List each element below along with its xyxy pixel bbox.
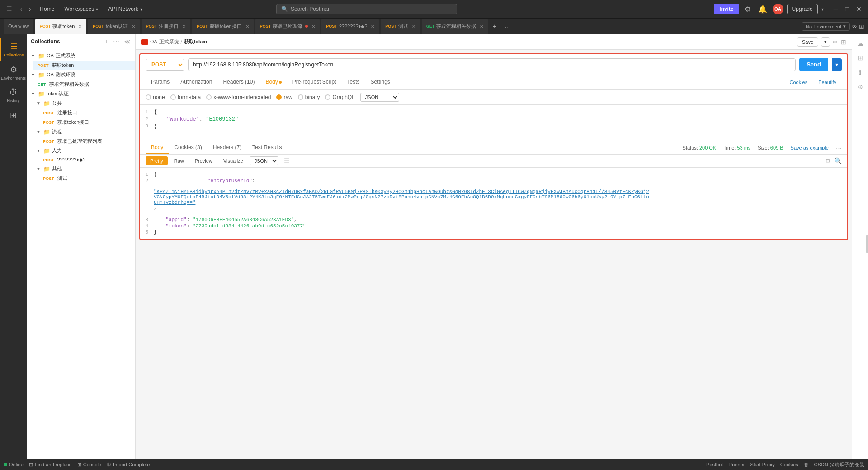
tree-item-register[interactable]: POST 注册接口 bbox=[38, 108, 135, 118]
tab-get-token-api[interactable]: POST 获取token接口 ✕ bbox=[192, 19, 253, 34]
tree-item-unknown[interactable]: POST ???????♦◆? bbox=[38, 155, 135, 164]
tree-item-get-token-api[interactable]: POST 获取token接口 bbox=[38, 118, 135, 127]
tab-pre-request[interactable]: Pre-request Script bbox=[287, 75, 342, 89]
sidebar-item-history[interactable]: ⏱ History bbox=[0, 84, 27, 107]
resp-view-raw[interactable]: Raw bbox=[170, 156, 189, 165]
method-select[interactable]: POST GET PUT DELETE bbox=[146, 59, 184, 70]
search-bar[interactable]: 🔍 Search Postman bbox=[276, 4, 457, 14]
response-more-btn[interactable]: ⋯ bbox=[836, 145, 842, 151]
tab-overview[interactable]: Overview bbox=[4, 19, 33, 34]
tab-process-rel[interactable]: GET 获取流程相关数据 ✕ bbox=[422, 19, 488, 34]
runner-button[interactable]: Runner bbox=[728, 461, 745, 468]
add-tab-button[interactable]: + bbox=[490, 22, 499, 32]
body-format-select[interactable]: JSON Text JavaScript HTML XML bbox=[360, 93, 399, 102]
upgrade-dropdown-arrow[interactable]: ▾ bbox=[821, 7, 824, 12]
radio-none[interactable]: none bbox=[146, 94, 165, 100]
start-proxy-button[interactable]: Start Proxy bbox=[750, 461, 774, 468]
tab-close-icon[interactable]: ✕ bbox=[311, 24, 315, 29]
tab-unknown[interactable]: POST ???????♦◆? ✕ bbox=[321, 19, 379, 34]
radio-binary[interactable]: binary bbox=[298, 94, 320, 100]
tags-icon[interactable]: ⊕ bbox=[856, 81, 865, 92]
postbot-button[interactable]: Postbot bbox=[706, 461, 723, 468]
collapse-panel-button[interactable]: ≪ bbox=[123, 37, 132, 46]
save-button[interactable]: Save bbox=[797, 37, 818, 47]
api-network-menu[interactable]: API Network ▾ bbox=[104, 4, 146, 14]
radio-raw[interactable]: raw bbox=[276, 94, 292, 100]
minimize-button[interactable]: ─ bbox=[831, 5, 841, 14]
tab-get-token[interactable]: POST 获取token ✕ bbox=[35, 19, 86, 34]
tree-item-oa-test[interactable]: ▼ 📁 OA-测试环境 bbox=[27, 70, 135, 80]
sidebar-item-environments[interactable]: ⚙ Environments bbox=[0, 61, 27, 84]
console-button[interactable]: ⊞ Console bbox=[77, 462, 101, 468]
settings-icon[interactable]: ⚙ bbox=[743, 3, 753, 15]
radio-urlencoded[interactable]: x-www-form-urlencoded bbox=[206, 94, 271, 100]
env-selector[interactable]: No Environment ▾ bbox=[802, 22, 850, 31]
resp-tab-headers[interactable]: Headers (7) bbox=[208, 141, 247, 154]
invite-button[interactable]: Invite bbox=[714, 4, 739, 14]
tree-item-process-folder[interactable]: ▼ 📁 流程 bbox=[33, 127, 135, 136]
save-example-button[interactable]: Save as example bbox=[791, 145, 829, 150]
tree-item-test[interactable]: POST 测试 bbox=[38, 174, 135, 183]
tree-item-get-token[interactable]: POST 获取token bbox=[33, 61, 135, 70]
hamburger-menu[interactable]: ☰ bbox=[4, 5, 15, 14]
response-format-select[interactable]: JSON Text HTML bbox=[250, 156, 278, 165]
tab-register[interactable]: POST 注册接口 ✕ bbox=[142, 19, 191, 34]
tab-tests[interactable]: Tests bbox=[341, 75, 365, 89]
sidebar-item-collections[interactable]: ☰ Collections bbox=[0, 38, 27, 61]
radio-form-data[interactable]: form-data bbox=[170, 94, 201, 100]
beautify-link[interactable]: Beautify bbox=[813, 76, 842, 89]
tree-item-public-folder[interactable]: ▼ 📁 公共 bbox=[33, 99, 135, 108]
save-dropdown-button[interactable]: ▾ bbox=[821, 37, 830, 47]
cookies-button[interactable]: Cookies bbox=[780, 461, 798, 468]
layout-icon[interactable]: ⊞ bbox=[856, 52, 865, 63]
tab-overflow-button[interactable]: ⌄ bbox=[501, 23, 511, 31]
resp-tab-body[interactable]: Body bbox=[146, 141, 169, 154]
collections-menu-button[interactable]: ⋯ bbox=[112, 37, 120, 46]
user-avatar[interactable]: OA bbox=[773, 4, 783, 14]
find-replace-button[interactable]: ⊞ Find and replace bbox=[29, 462, 72, 468]
send-button[interactable]: Send bbox=[799, 58, 828, 71]
tree-item-hr-folder[interactable]: ▼ 📁 人力 bbox=[33, 146, 135, 155]
resp-tab-cookies[interactable]: Cookies (3) bbox=[169, 141, 207, 154]
trash-button[interactable]: 🗑 bbox=[804, 461, 809, 468]
back-button[interactable]: ‹ bbox=[18, 5, 25, 14]
tree-item-process-data[interactable]: GET 获取流程相关数据 bbox=[33, 80, 135, 89]
env-eye-button[interactable]: 👁 bbox=[852, 24, 857, 30]
tab-close-icon[interactable]: ✕ bbox=[245, 24, 249, 29]
tab-params[interactable]: Params bbox=[146, 75, 175, 89]
upgrade-button[interactable]: Upgrade bbox=[787, 4, 818, 14]
send-dropdown-button[interactable]: ▾ bbox=[832, 58, 842, 71]
tab-token-auth[interactable]: POST token认证 ✕ bbox=[88, 19, 139, 34]
notifications-icon[interactable]: 🔔 bbox=[756, 3, 769, 15]
tab-settings[interactable]: Settings bbox=[365, 75, 396, 89]
resp-tab-test-results[interactable]: Test Results bbox=[247, 141, 287, 154]
tab-close-icon[interactable]: ✕ bbox=[182, 24, 186, 29]
resp-view-visualize[interactable]: Visualize bbox=[219, 156, 248, 165]
cookies-link[interactable]: Cookies bbox=[784, 76, 813, 89]
tab-test[interactable]: POST 测试 ✕ bbox=[381, 19, 420, 34]
home-link[interactable]: Home bbox=[36, 4, 58, 14]
tree-item-other-folder[interactable]: ▼ 📁 其他 bbox=[33, 164, 135, 174]
filter-icon[interactable]: ☰ bbox=[284, 157, 290, 164]
tree-item-get-processing[interactable]: POST 获取已处理流程列表 bbox=[38, 136, 135, 146]
tab-authorization[interactable]: Authorization bbox=[175, 75, 217, 89]
resp-view-preview[interactable]: Preview bbox=[190, 156, 217, 165]
cloud-icon[interactable]: ☁ bbox=[855, 38, 865, 49]
edit-icon[interactable]: ✏ bbox=[833, 37, 838, 47]
grid-layout-button[interactable]: ⊞ bbox=[859, 23, 864, 30]
copy-response-button[interactable]: ⧉ bbox=[826, 157, 830, 165]
tab-close-icon[interactable]: ✕ bbox=[78, 24, 82, 29]
info-icon[interactable]: ℹ bbox=[857, 67, 863, 78]
close-button[interactable]: ✕ bbox=[854, 5, 864, 14]
tab-close-icon[interactable]: ✕ bbox=[412, 24, 415, 29]
tab-body[interactable]: Body bbox=[260, 75, 287, 89]
layout-icon[interactable]: ⊞ bbox=[841, 37, 846, 47]
maximize-button[interactable]: □ bbox=[843, 5, 852, 14]
search-response-button[interactable]: 🔍 bbox=[834, 157, 842, 165]
radio-graphql[interactable]: GraphQL bbox=[325, 94, 354, 100]
tab-close-icon[interactable]: ✕ bbox=[480, 24, 483, 29]
tab-headers[interactable]: Headers (10) bbox=[217, 75, 260, 89]
resp-view-pretty[interactable]: Pretty bbox=[146, 156, 168, 165]
sidebar-item-mock[interactable]: ⊞ bbox=[0, 107, 27, 124]
tree-item-oa-formal[interactable]: ▼ 📁 OA-正式系统 bbox=[27, 51, 135, 61]
